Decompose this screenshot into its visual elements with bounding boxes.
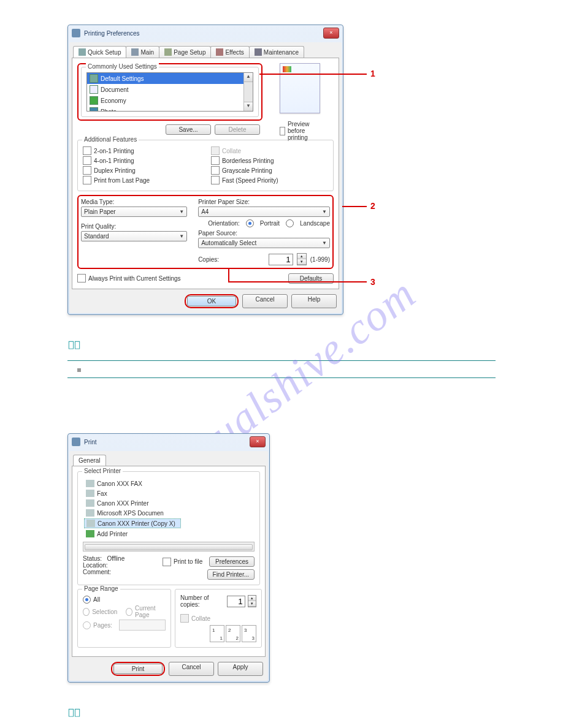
print-highlight: Print [111, 662, 165, 676]
quality-dropdown[interactable]: Standard▼ [81, 231, 187, 241]
note-box [67, 360, 496, 378]
callout-2: 2 [370, 201, 375, 211]
fax-icon [86, 490, 94, 497]
duplex-checkbox[interactable] [83, 166, 91, 175]
comment-label: Comment: [83, 569, 151, 575]
maintenance-icon [255, 48, 262, 56]
tab-effects[interactable]: Effects [210, 46, 249, 58]
always-print-checkbox[interactable] [77, 274, 86, 282]
borderless-checkbox[interactable] [211, 156, 220, 165]
lastpage-checkbox[interactable] [83, 176, 91, 184]
current-page-radio [126, 608, 132, 616]
portrait-radio[interactable] [246, 219, 254, 227]
pagesetup-icon [164, 48, 172, 56]
printer-item[interactable]: Microsoft XPS Documen [84, 509, 180, 517]
delete-button[interactable]: Delete [215, 124, 260, 135]
callout-line [228, 281, 367, 282]
location-label: Location: [83, 562, 151, 569]
preferences-button[interactable]: Preferences [209, 556, 255, 567]
horizontal-scrollbar[interactable] [83, 542, 255, 552]
grayscale-checkbox[interactable] [211, 166, 220, 175]
copies-label: Copies: [198, 256, 265, 263]
all-radio[interactable] [83, 596, 91, 604]
tab-page-setup[interactable]: Page Setup [159, 46, 211, 58]
bullet-icon [77, 368, 81, 372]
ok-button[interactable]: OK [187, 296, 236, 306]
tab-main[interactable]: Main [126, 46, 159, 58]
printer-item-selected[interactable]: Canon XXX Printer (Copy X) [84, 518, 181, 528]
callout-3: 3 [370, 277, 375, 287]
copies-spinner[interactable]: ▲▼ [248, 595, 256, 607]
tab-bar: Quick Setup Main Page Setup Effects Main… [72, 45, 339, 58]
collate-checkbox [211, 146, 220, 155]
preview-label: Preview before printing [288, 121, 324, 141]
fast-checkbox[interactable] [211, 176, 220, 184]
doc-icon [90, 74, 98, 83]
list-item[interactable]: Default Settings [87, 73, 253, 84]
printer-item[interactable]: Canon XXX FAX [84, 479, 180, 488]
page-icon: 3 [242, 625, 256, 642]
printer-list[interactable]: Canon XXX FAX Fax Canon XXX Printer Micr… [83, 477, 255, 540]
preview-before-printing-checkbox[interactable] [280, 127, 285, 135]
paper-size-dropdown[interactable]: A4▼ [198, 207, 330, 217]
status-label: Status: [83, 555, 102, 562]
note-icon [67, 339, 81, 351]
paper-size-label: Printer Paper Size: [198, 199, 330, 205]
num-copies-input[interactable] [227, 596, 245, 607]
commonly-used-legend: Commonly Used Settings [86, 63, 159, 70]
printer-item[interactable]: Fax [84, 489, 180, 498]
chevron-down-icon: ▼ [322, 209, 327, 214]
additional-legend: Additional Features [82, 136, 139, 143]
copies-input[interactable] [269, 254, 293, 265]
tab-general[interactable]: General [73, 455, 106, 466]
help-button[interactable]: Help [291, 294, 337, 308]
app-icon [72, 438, 80, 446]
printing-preferences-window: Printing Preferences × Quick Setup Main … [67, 25, 343, 315]
landscape-radio[interactable] [286, 219, 294, 227]
callout-1: 1 [370, 69, 375, 78]
close-icon[interactable]: × [250, 436, 266, 447]
main-icon [131, 48, 139, 56]
tab-quick-setup[interactable]: Quick Setup [73, 46, 126, 58]
list-item[interactable]: Economy [87, 95, 253, 106]
tab-maintenance[interactable]: Maintenance [249, 46, 304, 58]
list-item[interactable]: Document [87, 84, 253, 95]
collate-preview: 1 2 3 [210, 625, 256, 642]
4on1-checkbox[interactable] [83, 156, 91, 165]
source-dropdown[interactable]: Automatically Select▼ [198, 238, 330, 248]
print-button[interactable]: Print [113, 664, 163, 674]
scroll-up-icon[interactable]: ▲ [244, 73, 253, 82]
quality-label: Print Quality: [81, 223, 187, 230]
select-printer-group: Select Printer Canon XXX FAX Fax Canon X… [77, 471, 260, 585]
list-item[interactable]: Photo [87, 106, 253, 112]
cancel-button[interactable]: Cancel [242, 294, 288, 308]
settings-listbox[interactable]: Default Settings Document Economy Photo … [86, 72, 253, 112]
find-printer-button[interactable]: Find Printer... [207, 569, 255, 580]
add-printer-item[interactable]: Add Printer [84, 529, 180, 538]
close-icon[interactable]: × [323, 28, 339, 39]
radio-label: Portrait [260, 220, 280, 227]
save-button[interactable]: Save... [166, 124, 211, 135]
cancel-button[interactable]: Cancel [169, 662, 214, 676]
leaf-icon [90, 96, 98, 105]
window-title: Printing Preferences [84, 30, 140, 37]
checkbox-label: Print to file [174, 558, 202, 565]
scroll-down-icon[interactable]: ▼ [244, 102, 253, 111]
checkbox-label: Borderless Printing [222, 157, 274, 164]
apply-button[interactable]: Apply [218, 662, 263, 676]
pages-input [119, 620, 166, 631]
radio-label: Pages: [93, 622, 112, 629]
commonly-used-redbox: Commonly Used Settings Default Settings … [77, 63, 262, 121]
scrollbar[interactable]: ▲▼ [243, 73, 253, 111]
effects-icon [216, 48, 223, 56]
print-to-file-checkbox[interactable] [163, 558, 171, 566]
select-printer-legend: Select Printer [82, 468, 123, 474]
chevron-down-icon: ▼ [179, 209, 184, 214]
copies-spinner[interactable]: ▲▼ [297, 253, 307, 265]
media-type-dropdown[interactable]: Plain Paper▼ [81, 207, 187, 217]
num-copies-label: Number of copies: [180, 594, 224, 608]
2on1-checkbox[interactable] [83, 146, 91, 155]
printer-item[interactable]: Canon XXX Printer [84, 499, 180, 507]
page-range-legend: Page Range [82, 585, 120, 592]
page-icon: 1 [210, 625, 224, 642]
